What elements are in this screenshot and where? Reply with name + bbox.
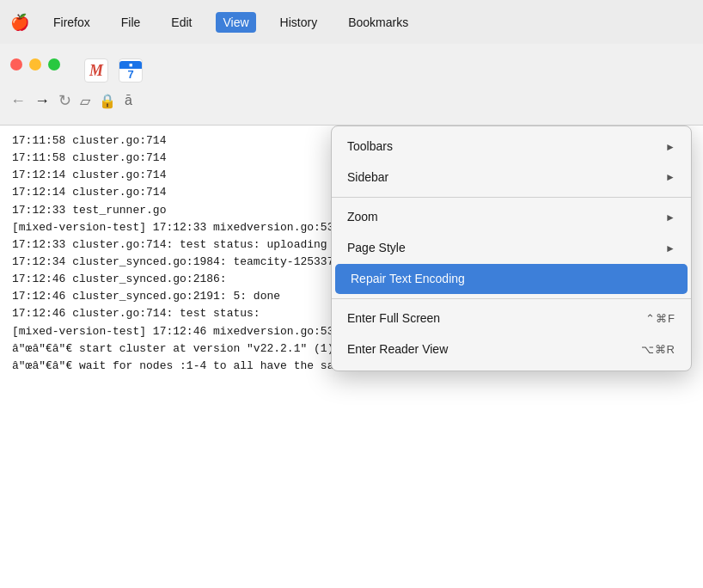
submenu-arrow-icon: ►: [665, 210, 675, 226]
forward-button[interactable]: →: [34, 92, 50, 110]
menu-item-label: Repair Text Encoding: [351, 270, 465, 289]
menu-item-label: Enter Reader View: [347, 340, 448, 359]
menu-item-label: Page Style: [347, 239, 406, 258]
menu-item-label: Toolbars: [347, 138, 393, 156]
menu-item-zoom[interactable]: Zoom ►: [332, 202, 691, 233]
close-button[interactable]: [10, 58, 22, 70]
lock-icon: 🔒: [99, 93, 116, 109]
submenu-arrow-icon: ►: [665, 169, 675, 186]
menu-item-enter-reader-view[interactable]: Enter Reader View ⌥⌘R: [332, 334, 691, 365]
menubar-edit[interactable]: Edit: [164, 12, 199, 33]
browser-chrome: M ■ 7 ← → ↻ ▱ 🔒 ā: [0, 44, 703, 126]
apple-menu[interactable]: 🍎: [10, 13, 29, 32]
menu-shortcut: ⌥⌘R: [641, 341, 675, 358]
menu-item-sidebar[interactable]: Sidebar ►: [332, 162, 691, 193]
menubar-bookmarks[interactable]: Bookmarks: [341, 12, 415, 33]
menubar-firefox[interactable]: Firefox: [46, 12, 97, 33]
shield-icon: ▱: [80, 93, 90, 109]
traffic-lights: M ■ 7: [10, 58, 693, 83]
minimize-button[interactable]: [29, 58, 41, 70]
menu-item-label: Zoom: [347, 208, 378, 227]
menubar-file[interactable]: File: [114, 12, 148, 33]
maximize-button[interactable]: [48, 58, 60, 70]
menu-item-label: Enter Full Screen: [347, 309, 440, 328]
menu-item-enter-full-screen[interactable]: Enter Full Screen ⌃⌘F: [332, 303, 691, 334]
menu-item-page-style[interactable]: Page Style ►: [332, 233, 691, 264]
menu-item-label: Sidebar: [347, 168, 388, 187]
menu-item-repair-text-encoding[interactable]: Repair Text Encoding: [335, 264, 688, 295]
menu-shortcut: ⌃⌘F: [645, 310, 675, 328]
menubar-history[interactable]: History: [273, 12, 325, 33]
address-bar[interactable]: ā: [125, 93, 132, 108]
reload-button[interactable]: ↻: [58, 91, 71, 110]
back-button[interactable]: ←: [10, 92, 26, 110]
menu-item-toolbars[interactable]: Toolbars ►: [332, 132, 691, 162]
view-menu-dropdown: Toolbars ► Sidebar ► Zoom ► Page Style ►…: [331, 126, 692, 371]
browser-content: 17:11:58 cluster.go:714 17:11:58 cluster…: [0, 126, 703, 588]
submenu-arrow-icon: ►: [665, 139, 675, 156]
menu-separator-1: [332, 197, 691, 198]
menu-separator-2: [332, 298, 691, 299]
menubar: 🍎 Firefox File Edit View History Bookmar…: [0, 0, 703, 44]
tab-icons: M ■ 7: [84, 58, 143, 83]
menubar-view[interactable]: View: [216, 12, 255, 33]
navigation-toolbar: ← → ↻ ▱ 🔒 ā: [10, 91, 693, 110]
submenu-arrow-icon: ►: [665, 241, 675, 257]
calendar-tab[interactable]: ■ 7: [119, 58, 143, 83]
gmail-tab[interactable]: M: [84, 58, 108, 83]
